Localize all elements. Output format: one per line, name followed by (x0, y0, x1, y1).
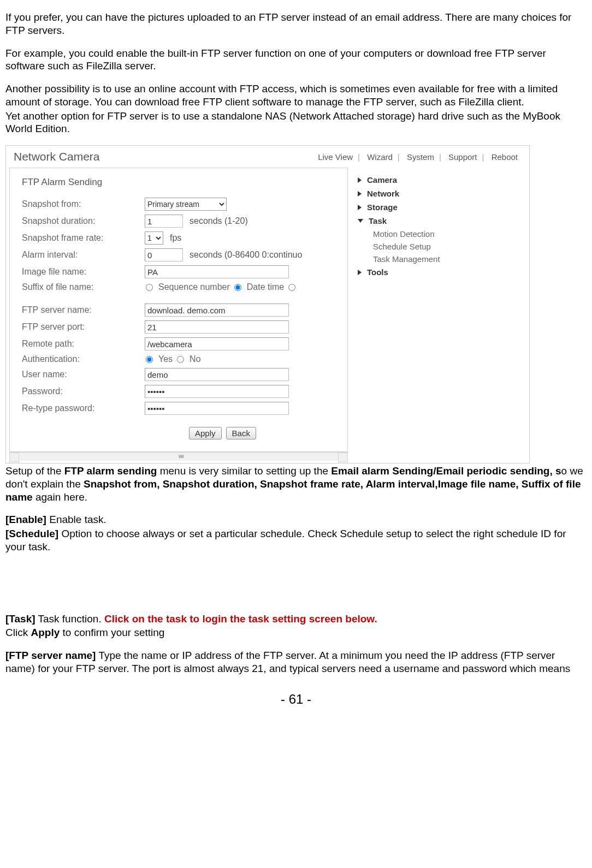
tree-task-management[interactable]: Task Management (373, 253, 440, 265)
label-snapshot-duration: Snapshot duration: (22, 216, 145, 226)
auth-yes-radio[interactable] (146, 356, 153, 363)
enable-line: [Enable] Enable task. (5, 513, 587, 526)
label-alarm-interval: Alarm interval: (22, 250, 145, 260)
label-user-name: User name: (22, 370, 145, 379)
auth-yes-label: Yes (158, 354, 173, 364)
tree-network[interactable]: Network (358, 187, 440, 200)
label-ftp-server-port: FTP server port: (22, 322, 145, 332)
settings-screenshot: Network Camera Live View| Wizard| System… (5, 145, 530, 463)
chevron-right-icon (358, 270, 362, 275)
suffix-date-label: Date time (247, 282, 284, 292)
apply-button[interactable]: Apply (189, 427, 222, 439)
click-apply-line: Click Apply to confirm your setting (5, 626, 587, 639)
tree-schedule-setup[interactable]: Schedule Setup (373, 240, 440, 253)
tab-reboot[interactable]: Reboot (488, 152, 522, 162)
panel-title: FTP Alarm Sending (22, 177, 347, 188)
intro-p2: For example, you could enable the built-… (5, 47, 587, 73)
label-image-file-name: Image file name: (22, 267, 145, 277)
label-authentication: Authentication: (22, 354, 145, 364)
label-snapshot-frame: Snapshot frame rate: (22, 233, 145, 243)
snapshot-frame-unit: fps (170, 233, 181, 243)
tree-camera[interactable]: Camera (358, 173, 440, 187)
sidebar-tree: Camera Network Storage Task Motion Detec… (351, 164, 440, 463)
password-input[interactable] (145, 385, 289, 398)
page-number: - 61 - (5, 692, 587, 707)
label-retype-password: Re-type password: (22, 403, 145, 413)
label-suffix: Suffix of file name: (22, 282, 145, 292)
tree-storage[interactable]: Storage (358, 200, 440, 214)
label-remote-path: Remote path: (22, 339, 145, 349)
ftp-server-port-input[interactable] (145, 320, 289, 334)
remote-path-input[interactable] (145, 337, 289, 350)
ftp-server-name-input[interactable] (145, 304, 289, 317)
top-tabs: Live View| Wizard| System| Support| Rebo… (314, 152, 522, 162)
snapshot-duration-input[interactable] (145, 215, 183, 228)
chevron-right-icon (358, 177, 362, 183)
suffix-date-radio[interactable] (234, 284, 241, 291)
snapshot-from-select[interactable]: Primary stream (145, 198, 227, 211)
ftp-server-name-line: [FTP server name] Type the name or IP ad… (5, 649, 587, 675)
suffix-seq-radio[interactable] (146, 284, 153, 291)
intro-p3: Another possibility is to use an online … (5, 82, 587, 109)
intro-p4: Yet another option for FTP server is to … (5, 110, 587, 136)
horizontal-scrollbar[interactable]: ▮▮▮ (9, 452, 348, 461)
auth-no-label: No (190, 354, 200, 364)
snapshot-frame-select[interactable]: 1 (145, 231, 163, 245)
suffix-seq-label: Sequence number (158, 282, 230, 292)
image-file-name-input[interactable] (145, 265, 289, 278)
alarm-interval-unit: seconds (0-86400 0:continuo (190, 250, 302, 260)
auth-no-radio[interactable] (177, 356, 184, 363)
tab-live-view[interactable]: Live View (314, 152, 357, 162)
suffix-third-radio[interactable] (288, 284, 295, 291)
chevron-down-icon (358, 219, 363, 223)
intro-p1: If you prefer, you can have the pictures… (5, 11, 587, 37)
alarm-interval-input[interactable] (145, 248, 183, 261)
app-title: Network Camera (14, 150, 100, 163)
label-snapshot-from: Snapshot from: (22, 199, 145, 209)
schedule-line: [Schedule] Option to choose always or se… (5, 527, 587, 554)
label-password: Password: (22, 387, 145, 396)
snapshot-duration-unit: seconds (1-20) (190, 216, 248, 226)
setup-note: Setup of the FTP alarm sending menu is v… (5, 465, 587, 503)
back-button[interactable]: Back (226, 427, 256, 439)
chevron-right-icon (358, 191, 362, 197)
tree-motion-detection[interactable]: Motion Detection (373, 228, 440, 240)
tab-system[interactable]: System (403, 152, 438, 162)
label-ftp-server-name: FTP server name: (22, 305, 145, 315)
chevron-right-icon (358, 205, 362, 210)
tree-tools[interactable]: Tools (358, 265, 440, 279)
tab-wizard[interactable]: Wizard (363, 152, 396, 162)
task-line: [Task] Task function. Click on the task … (5, 613, 587, 626)
retype-password-input[interactable] (145, 402, 289, 415)
ftp-alarm-panel: FTP Alarm Sending Snapshot from: Primary… (9, 168, 348, 452)
tree-task[interactable]: Task (358, 214, 440, 228)
user-name-input[interactable] (145, 368, 289, 381)
tab-support[interactable]: Support (445, 152, 481, 162)
